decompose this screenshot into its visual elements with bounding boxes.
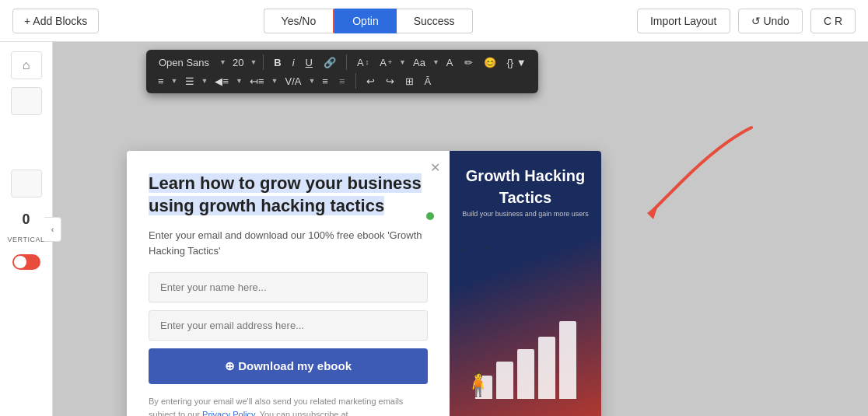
font-grow-button[interactable]: A+ <box>376 55 396 70</box>
name-input[interactable] <box>149 272 428 302</box>
person-figure: 🧍 <box>464 370 492 397</box>
font-case-button[interactable]: Aa <box>409 55 429 70</box>
scatter-dots: • • • • • <box>460 240 492 268</box>
indent-button[interactable]: ↤≡ <box>246 74 268 89</box>
bar-4 <box>538 337 555 399</box>
font-family-selector[interactable]: Open Sans <box>154 55 216 70</box>
undo-format-button[interactable]: ↩ <box>362 74 379 89</box>
popup-right-panel: Growth Hacking Tactics Build your busine… <box>450 151 601 416</box>
popup-subtext: Enter your email and download our 100% f… <box>149 228 428 258</box>
collapse-sidebar-button[interactable]: ‹ <box>44 217 61 242</box>
tab-success[interactable]: Success <box>397 9 473 33</box>
font-size-icon[interactable]: A↕ <box>353 55 373 70</box>
svg-marker-0 <box>647 205 658 219</box>
align-center-button[interactable]: ≡ <box>318 74 332 89</box>
font-color-button[interactable]: A <box>443 55 457 70</box>
book-title2: Tactics <box>499 188 551 207</box>
red-arrow-annotation <box>642 120 767 224</box>
book-subtitle: Build your business and gain more users <box>462 210 589 218</box>
email-input[interactable] <box>149 310 428 341</box>
font-size-display: 20 <box>229 55 247 70</box>
underline-button[interactable]: U <box>302 55 317 70</box>
tab-optin[interactable]: Optin <box>334 9 396 33</box>
format-toolbar: Open Sans ▼ 20 ▼ B i U 🔗 A↕ A+ ▼ Aa ▼ A … <box>146 50 538 93</box>
headline-wrap: Learn how to grow your business using gr… <box>149 173 428 217</box>
format-row-1: Open Sans ▼ 20 ▼ B i U 🔗 A↕ A+ ▼ Aa ▼ A … <box>154 54 530 70</box>
privacy-policy-link[interactable]: Privacy Policy <box>202 410 255 416</box>
redo-button[interactable]: C R <box>810 9 856 33</box>
font-grow-arrow[interactable]: ▼ <box>399 58 406 66</box>
bar-5 <box>559 321 576 399</box>
list-unordered-button[interactable]: ☰ <box>181 74 198 89</box>
emoji-button[interactable]: 😊 <box>480 55 500 70</box>
footer-text-2: . You can unsubscribe at <box>255 410 348 416</box>
align-arrow[interactable]: ▼ <box>236 77 243 85</box>
font-case-arrow[interactable]: ▼ <box>432 58 439 66</box>
link-button[interactable]: 🔗 <box>320 55 340 70</box>
align-right-button[interactable]: ≡ <box>335 74 349 89</box>
canvas-area: Open Sans ▼ 20 ▼ B i U 🔗 A↕ A+ ▼ Aa ▼ A … <box>53 42 868 416</box>
separator-3 <box>355 73 356 89</box>
popup-headline[interactable]: Learn how to grow your business using gr… <box>149 173 422 215</box>
add-blocks-button[interactable]: + Add Blocks <box>12 9 99 33</box>
bold-button[interactable]: B <box>270 55 285 70</box>
close-popup-button[interactable]: ✕ <box>430 160 440 175</box>
separator-2 <box>346 54 347 70</box>
size-dropdown-arrow[interactable]: ▼ <box>250 58 257 66</box>
list-unordered-arrow[interactable]: ▼ <box>201 77 208 85</box>
undo-button[interactable]: ↺ Undo <box>738 9 803 33</box>
popup-left-panel: ✕ Learn how to grow your business using … <box>127 151 450 416</box>
list-ordered-arrow[interactable]: ▼ <box>171 77 178 85</box>
import-layout-button[interactable]: Import Layout <box>637 9 730 33</box>
bar-2 <box>496 362 513 399</box>
indent-arrow[interactable]: ▼ <box>271 77 278 85</box>
toggle-switch[interactable] <box>12 254 40 270</box>
strikethrough-button[interactable]: Ā <box>421 74 436 89</box>
font-dropdown-arrow[interactable]: ▼ <box>219 58 226 66</box>
italic-button[interactable]: i <box>289 55 299 70</box>
main-area: ⌂ 0 VERTICAL ‹ Open Sans ▼ 20 ▼ B i U 🔗 <box>0 42 868 416</box>
top-bar: + Add Blocks Yes/No Optin Success Import… <box>0 0 868 42</box>
highlight-button[interactable]: ✏ <box>460 55 477 70</box>
download-button[interactable]: ⊕ Download my ebook <box>149 348 428 384</box>
line-height-arrow[interactable]: ▼ <box>308 77 315 85</box>
toggle-area <box>12 254 40 270</box>
align-left-button[interactable]: ◀≡ <box>211 74 233 89</box>
top-tabs: Yes/No Optin Success <box>264 9 473 33</box>
tab-yes-no[interactable]: Yes/No <box>264 9 335 33</box>
popup-footer: By entering your email we'll also send y… <box>149 395 428 416</box>
home-icon[interactable]: ⌂ <box>11 51 42 79</box>
code-button[interactable]: {} ▼ <box>503 55 530 70</box>
redo-format-button[interactable]: ↪ <box>382 74 398 89</box>
list-ordered-button[interactable]: ≡ <box>154 74 168 89</box>
grid-button[interactable]: ⊞ <box>401 74 418 89</box>
book-title: Growth Hacking <box>466 166 585 185</box>
vertical-label: VERTICAL <box>8 236 45 243</box>
resize-handle[interactable] <box>426 212 434 220</box>
sidebar-box-1 <box>11 87 42 115</box>
format-row-2: ≡ ▼ ☰ ▼ ◀≡ ▼ ↤≡ ▼ V/A ▼ ≡ ≡ ↩ ↪ ⊞ Ā <box>154 73 530 89</box>
separator-1 <box>263 54 264 70</box>
vertical-number: 0 <box>22 211 30 228</box>
bar-3 <box>517 349 534 399</box>
popup-container: ✕ Learn how to grow your business using … <box>127 151 601 416</box>
sidebar-box-2 <box>11 170 42 198</box>
line-height-button[interactable]: V/A <box>281 74 305 89</box>
